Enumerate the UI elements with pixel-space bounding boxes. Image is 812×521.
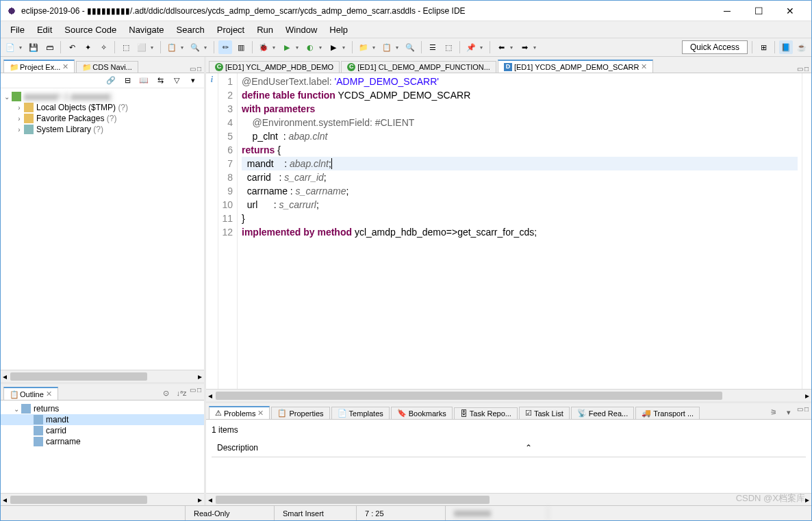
outline-item[interactable]: mandt <box>1 414 204 425</box>
perspective-open-icon[interactable]: ⊞ <box>757 40 770 54</box>
undo-icon[interactable]: ↶ <box>65 40 79 54</box>
mark-occurrences-icon[interactable]: ✏ <box>218 40 232 54</box>
problems-table-header[interactable]: Description ⌃ <box>212 439 806 457</box>
close-button[interactable]: ✕ <box>774 1 806 21</box>
collapse-icon[interactable]: ⊟ <box>120 74 134 88</box>
quick-access-input[interactable] <box>682 40 748 54</box>
h-scrollbar[interactable]: ◂▸ <box>1 493 204 505</box>
project-tree[interactable]: ⌄ ▮▮▮▮▮▮▮h [L▮▮▮▮▮▮▮▮] ›Local Objects ($… <box>1 88 204 370</box>
tab-outline[interactable]: 📋 Outline ✕ <box>3 387 58 400</box>
menu-sourcecode[interactable]: Source Code <box>59 23 122 36</box>
dict-icon[interactable]: 📖 <box>137 74 151 88</box>
java-perspective-icon[interactable]: ☕ <box>795 40 809 54</box>
coverage-icon[interactable]: ◐ <box>303 40 317 54</box>
menu-help[interactable]: Help <box>324 23 353 36</box>
code-content[interactable]: @EndUserText.label: 'ADMP_DEMO_SCARR'def… <box>238 73 802 389</box>
search-icon[interactable]: 🔍 <box>403 40 417 54</box>
minimize-view-icon[interactable]: ▭ <box>190 386 196 400</box>
maximize-view-icon[interactable]: □ <box>197 65 201 73</box>
bottom-tab-problems[interactable]: ⚠ Problems ✕ <box>209 406 270 419</box>
menu-run[interactable]: Run <box>251 23 279 36</box>
menu-edit[interactable]: Edit <box>31 23 58 36</box>
expand-icon[interactable]: ⌄ <box>12 405 21 413</box>
abap-perspective-icon[interactable]: 📘 <box>779 40 793 54</box>
bottom-tab-transport[interactable]: 🚚 Transport ... <box>635 407 700 419</box>
save-all-icon[interactable]: 🗃 <box>42 40 56 54</box>
where-used-icon[interactable]: ⬚ <box>119 40 133 54</box>
toggle-icon[interactable]: ⬚ <box>442 40 455 54</box>
maximize-view-icon[interactable]: □ <box>804 405 809 419</box>
minimize-view-icon[interactable]: ▭ <box>797 405 803 419</box>
close-icon[interactable]: ✕ <box>257 409 264 418</box>
debug-icon[interactable]: 🐞 <box>257 40 270 54</box>
expand-icon[interactable]: › <box>14 115 24 123</box>
col-description[interactable]: Description <box>212 442 520 454</box>
back-icon[interactable]: ⬅ <box>494 40 508 54</box>
outline-icon[interactable]: ☰ <box>426 40 440 54</box>
link-icon[interactable]: 🔗 <box>104 74 118 88</box>
abap-icon[interactable]: 📋 <box>165 40 179 54</box>
minimize-view-icon[interactable]: ▭ <box>190 65 196 73</box>
expand-icon[interactable]: ⌄ <box>2 93 12 101</box>
menu-navigate[interactable]: Navigate <box>123 23 169 36</box>
outline-item[interactable]: carrid <box>1 425 204 436</box>
menu-icon[interactable]: ▾ <box>782 405 796 419</box>
open-object-icon[interactable]: 🔍 <box>188 40 202 54</box>
outline-root[interactable]: ⌄ returns <box>1 403 204 414</box>
tree-item[interactable]: ›Local Objects ($TMP) (?) <box>1 102 204 113</box>
focus-icon[interactable]: ⊙ <box>160 386 173 400</box>
open-icon[interactable]: ⬜ <box>135 40 149 54</box>
new-icon[interactable]: 📄 <box>3 40 17 54</box>
expand-icon[interactable]: › <box>14 126 24 134</box>
overview-ruler[interactable] <box>802 73 811 389</box>
menu-search[interactable]: Search <box>171 23 210 36</box>
save-icon[interactable]: 💾 <box>27 40 40 54</box>
info-icon[interactable]: i <box>206 75 218 85</box>
bottom-tab-taskrepo[interactable]: 🗄 Task Repo... <box>454 407 518 419</box>
outline-item[interactable]: carrname <box>1 436 204 447</box>
ext-tools-icon[interactable]: ▶ <box>327 40 340 54</box>
maximize-button[interactable]: ☐ <box>743 1 774 21</box>
filter-icon[interactable]: ⚞ <box>767 405 781 419</box>
tab-projectex[interactable]: 📁Project Ex...✕ <box>3 60 75 73</box>
maximize-view-icon[interactable]: □ <box>197 386 201 400</box>
outline-tree[interactable]: ⌄ returns mandtcarridcarrname <box>1 401 204 493</box>
new-conn-icon[interactable]: 📁 <box>357 40 370 54</box>
menu-project[interactable]: Project <box>212 23 250 36</box>
pin-icon[interactable]: 📌 <box>464 40 478 54</box>
run-icon[interactable]: ▶ <box>280 40 294 54</box>
expand-icon[interactable]: › <box>14 104 24 112</box>
minimize-view-icon[interactable]: ▭ <box>797 65 803 73</box>
maximize-view-icon[interactable]: □ <box>804 65 809 73</box>
bottom-tab-templates[interactable]: 📄 Templates <box>331 407 390 419</box>
bottom-tab-properties[interactable]: 📋 Properties <box>271 407 329 419</box>
h-scrollbar[interactable]: ◂▸ <box>1 370 204 382</box>
filter-icon[interactable]: ▽ <box>170 74 183 88</box>
menu-file[interactable]: File <box>5 23 30 36</box>
close-icon[interactable]: ✕ <box>46 390 52 398</box>
forward-icon[interactable]: ➡ <box>518 40 531 54</box>
minimize-button[interactable]: ─ <box>711 1 743 21</box>
new-task-icon[interactable]: 📋 <box>380 40 394 54</box>
editor-tab[interactable]: C[ED1] CL_DEMO_AMDP_FUNCTION... <box>341 61 496 73</box>
menu-icon[interactable]: ▾ <box>186 74 200 88</box>
editor-tab[interactable]: D[ED1] YCDS_ADMP_DEMO_SCARR ✕ <box>498 60 654 73</box>
close-icon[interactable]: ✕ <box>641 62 647 71</box>
sync-icon[interactable]: ⇆ <box>153 74 167 88</box>
bottom-tab-feedrea[interactable]: 📡 Feed Rea... <box>571 407 634 419</box>
close-icon[interactable]: ✕ <box>62 62 68 71</box>
dropdown-icon[interactable]: ▾ <box>19 45 25 51</box>
tab-cdsnavi[interactable]: 📁CDS Navi... <box>76 61 138 73</box>
bottom-tab-tasklist[interactable]: ☑ Task List <box>519 407 570 419</box>
editor-h-scrollbar[interactable]: ◂▸ <box>206 389 811 401</box>
bottom-h-scrollbar[interactable]: ◂▸ <box>206 493 811 505</box>
activate-icon[interactable]: ✦ <box>81 40 94 54</box>
tree-root[interactable]: ⌄ ▮▮▮▮▮▮▮h [L▮▮▮▮▮▮▮▮] <box>1 91 204 102</box>
code-editor[interactable]: i 123456789101112 @EndUserText.label: 'A… <box>206 73 811 389</box>
bottom-tab-bookmarks[interactable]: 🔖 Bookmarks <box>391 407 453 419</box>
tree-item[interactable]: ›Favorite Packages (?) <box>1 113 204 124</box>
editor-tab[interactable]: C[ED1] YCL_AMDP_HDB_DEMO <box>209 61 340 73</box>
activate-all-icon[interactable]: ✧ <box>97 40 110 54</box>
menu-window[interactable]: Window <box>280 23 322 36</box>
tree-item[interactable]: ›System Library (?) <box>1 124 204 135</box>
